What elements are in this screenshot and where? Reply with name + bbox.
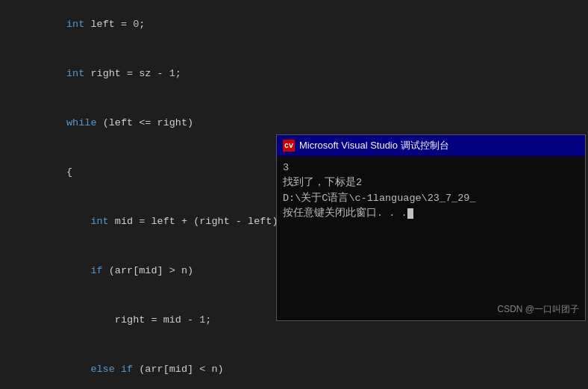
code-text	[43, 117, 66, 128]
console-cursor	[407, 208, 413, 219]
code-text: mid = left + (right - left) /	[109, 216, 296, 227]
keyword: while	[66, 117, 97, 128]
code-line-1: int left = 0;	[0, 0, 588, 49]
code-text: right = sz -	[84, 68, 169, 79]
code-line-2: int right = sz - 1;	[0, 49, 588, 99]
console-window[interactable]: cv Microsoft Visual Studio 调试控制台 3 找到了，下…	[276, 134, 586, 321]
code-text: left =	[84, 19, 133, 30]
code-editor: int left = 0; int right = sz - 1; while …	[0, 0, 588, 389]
console-body: 3 找到了，下标是2 D:\关于C语言\c-1language\23_7_29_…	[277, 156, 585, 320]
code-text: ;	[205, 314, 211, 326]
code-text: (left <= right)	[97, 117, 194, 128]
code-text	[115, 364, 121, 375]
keyword: int	[90, 216, 108, 227]
keyword: if	[90, 265, 102, 276]
console-app-icon: cv	[283, 140, 295, 152]
csdn-watermark: CSDN @一口叫团子	[497, 302, 579, 316]
code-text	[43, 19, 66, 30]
line-content-1: int left = 0;	[6, 0, 588, 49]
code-text	[43, 364, 91, 375]
console-output-line-4: 按任意键关闭此窗口. . .	[283, 206, 579, 221]
code-text: (arr[mid] < n)	[133, 364, 224, 375]
line-content-8: else if (arr[mid] < n)	[6, 345, 588, 389]
console-output-line-3: D:\关于C语言\c-1language\23_7_29_	[283, 191, 579, 206]
keyword: if	[121, 364, 133, 375]
keyword: int	[66, 19, 84, 30]
console-title: Microsoft Visual Studio 调试控制台	[299, 139, 579, 152]
keyword: int	[66, 68, 84, 79]
code-text: (arr[mid] > n)	[103, 265, 194, 276]
console-titlebar: cv Microsoft Visual Studio 调试控制台	[277, 135, 585, 156]
line-content-2: int right = sz - 1;	[6, 49, 588, 99]
code-text	[43, 216, 91, 227]
console-output-line-2: 找到了，下标是2	[283, 175, 579, 190]
number: 1	[169, 68, 175, 79]
code-text: right = mid -	[43, 314, 200, 326]
code-text: ;	[139, 19, 145, 30]
keyword: else	[90, 364, 114, 375]
code-text	[43, 68, 66, 79]
code-text: {	[43, 167, 73, 178]
console-output-line-1: 3	[283, 161, 579, 175]
code-text	[43, 265, 91, 276]
code-line-8: else if (arr[mid] < n)	[0, 345, 588, 389]
code-text: ;	[175, 68, 181, 79]
